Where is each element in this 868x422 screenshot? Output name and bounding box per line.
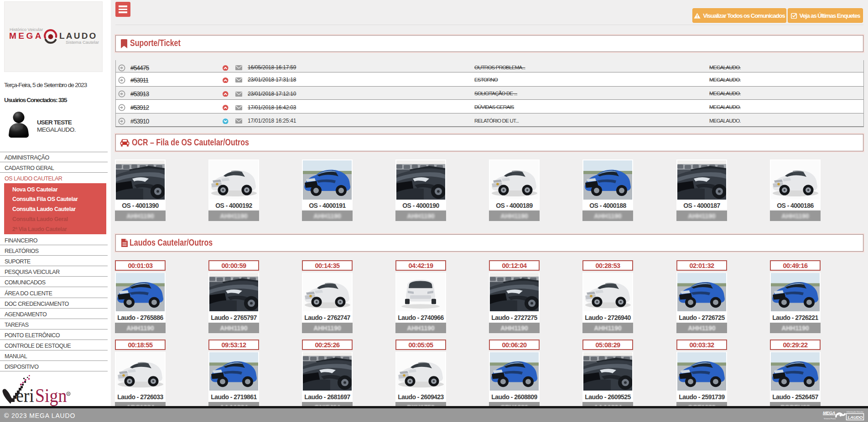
svg-text:MEGA: MEGA xyxy=(823,410,835,415)
svg-text:Sign: Sign xyxy=(35,385,67,406)
svg-text:LAUDO: LAUDO xyxy=(848,415,863,420)
svg-text:Informação Veicular: Informação Veicular xyxy=(847,411,864,413)
svg-text:Vistoria Prova: Vistoria Prova xyxy=(824,417,836,420)
svg-text:R: R xyxy=(68,392,70,396)
svg-text:eri: eri xyxy=(16,385,34,406)
